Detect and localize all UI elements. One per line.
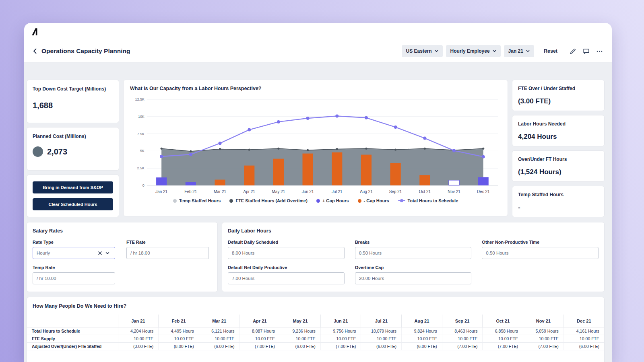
svg-text:Apr 21: Apr 21 bbox=[244, 189, 256, 194]
chart-title: What is Our Capacity from a Labor Hours … bbox=[130, 86, 501, 91]
grid-cell[interactable]: 6,121 Hours bbox=[199, 327, 239, 335]
grid-cell[interactable]: (6.00 FTE) bbox=[402, 343, 442, 350]
more-options-icon[interactable] bbox=[594, 46, 605, 56]
svg-text:Mar 21: Mar 21 bbox=[214, 189, 226, 194]
kpi-value: (3.00 FTE) bbox=[518, 97, 599, 105]
grid-cell[interactable]: (7.00 FTE) bbox=[442, 343, 483, 350]
grid-cell[interactable]: (3.00 FTE) bbox=[118, 343, 159, 350]
overtime-cap-field: Overtime Cap bbox=[355, 265, 472, 284]
grid-cell[interactable]: 4,204 Hours bbox=[118, 327, 159, 335]
edit-pencil-icon[interactable] bbox=[568, 46, 578, 56]
kpi-fte-over-under: FTE Over / Under Staffed (3.00 FTE) bbox=[512, 80, 605, 111]
grid-cell[interactable]: 10.00 FTE bbox=[564, 335, 604, 343]
row-label: FTE Supply bbox=[27, 335, 118, 343]
back-button[interactable] bbox=[31, 47, 38, 55]
legend-label: - Gap Hours bbox=[364, 198, 389, 203]
grid-cell[interactable]: 10.00 FTE bbox=[523, 335, 564, 343]
total-hours-point bbox=[219, 142, 222, 145]
employee-filter-dropdown[interactable]: Hourly Employee bbox=[446, 45, 501, 57]
grid-cell[interactable]: 10,079 Hours bbox=[361, 327, 402, 335]
svg-text:2.5K: 2.5K bbox=[137, 166, 144, 170]
grid-cell[interactable]: (6.00 FTE) bbox=[361, 343, 402, 350]
grid-cell[interactable]: 10.00 FTE bbox=[239, 335, 280, 343]
page-title: Operations Capacity Planning bbox=[41, 47, 130, 55]
breaks-field: Breaks bbox=[355, 240, 472, 259]
clear-scheduled-hours-button[interactable]: Clear Scheduled Hours bbox=[33, 198, 113, 210]
grid-cell[interactable]: 9,236 Hours bbox=[280, 327, 321, 335]
grid-cell[interactable]: 10.00 FTE bbox=[320, 335, 361, 343]
legend-item: - Gap Hours bbox=[358, 198, 389, 203]
reset-button[interactable]: Reset bbox=[541, 48, 560, 54]
grid-cell[interactable]: (7.00 FTE) bbox=[483, 343, 523, 350]
grid-cell[interactable]: 4,495 Hours bbox=[159, 327, 199, 335]
grid-cell[interactable]: 10.00 FTE bbox=[159, 335, 199, 343]
comment-icon[interactable] bbox=[581, 46, 591, 56]
grid-cell[interactable]: (8.00 FTE) bbox=[159, 343, 199, 350]
grid-cell[interactable]: 10.00 FTE bbox=[280, 335, 321, 343]
rate-type-field: Rate Type Hourly bbox=[33, 240, 115, 259]
grid-cell[interactable]: 10.00 FTE bbox=[199, 335, 239, 343]
rate-type-select[interactable]: Hourly bbox=[33, 247, 115, 259]
capacity-chart-svg: 02.5K5K7.5K10K12.5KJan 21Feb 21Mar 21Apr… bbox=[130, 95, 501, 197]
total-hours-point bbox=[306, 117, 310, 120]
gap-bar bbox=[303, 154, 313, 185]
total-hours-point bbox=[248, 128, 251, 132]
capacity-chart: 02.5K5K7.5K10K12.5KJan 21Feb 21Mar 21Apr… bbox=[130, 95, 501, 197]
default-net-daily-productive-input[interactable] bbox=[228, 272, 345, 284]
hiring-table: Jan 21Feb 21Mar 21Apr 21May 21Jun 21Jul … bbox=[27, 315, 604, 350]
grid-cell[interactable]: 10.00 FTE bbox=[361, 335, 402, 343]
gap-bar bbox=[244, 166, 254, 185]
fte-rate-field: FTE Rate bbox=[126, 240, 209, 259]
rate-type-value: Hourly bbox=[37, 251, 96, 255]
month-column-header: Oct 21 bbox=[483, 315, 523, 327]
gap-bar bbox=[361, 155, 372, 185]
other-non-productive-input[interactable] bbox=[482, 247, 599, 259]
gap-bar bbox=[390, 163, 401, 185]
legend-label: Total Hours to Schedule bbox=[408, 198, 458, 203]
grid-cell[interactable]: (7.00 FTE) bbox=[523, 343, 564, 350]
grid-cell[interactable]: (7.00 FTE) bbox=[320, 343, 361, 350]
breaks-input[interactable] bbox=[355, 247, 472, 259]
grid-cell[interactable]: 10.00 FTE bbox=[442, 335, 483, 343]
grid-cell[interactable]: 8,463 Hours bbox=[442, 327, 483, 335]
table-row: Total Hours to Schedule4,204 Hours4,495 … bbox=[27, 327, 604, 335]
temp-rate-input[interactable] bbox=[33, 272, 115, 284]
grid-cell[interactable]: 8,087 Hours bbox=[239, 327, 280, 335]
grid-cell[interactable]: 10.00 FTE bbox=[402, 335, 442, 343]
kpi-value: 1,688 bbox=[33, 101, 113, 110]
kpi-top-down-cost: Top Down Cost Target (Millions) 1,688 bbox=[27, 80, 119, 123]
grid-cell[interactable]: (6.00 FTE) bbox=[564, 343, 604, 350]
left-kpi-column: Top Down Cost Target (Millions) 1,688 Pl… bbox=[27, 80, 119, 217]
grid-cell[interactable]: 10.00 FTE bbox=[483, 335, 523, 343]
total-hours-point bbox=[365, 116, 368, 119]
top-logo-bar bbox=[24, 23, 612, 40]
svg-text:Sep 21: Sep 21 bbox=[389, 189, 402, 194]
grid-cell[interactable]: (6.00 FTE) bbox=[199, 343, 239, 350]
grid-cell[interactable]: 6,858 Hours bbox=[483, 327, 523, 335]
svg-text:0: 0 bbox=[142, 183, 144, 187]
month-column-header: Jul 21 bbox=[361, 315, 402, 327]
kpi-labor-hours-needed: Labor Hours Needed 4,204 Hours bbox=[512, 115, 605, 146]
grid-cell[interactable]: 4,161 Hours bbox=[564, 327, 604, 335]
total-hours-point bbox=[423, 137, 426, 140]
grid-cell[interactable]: 9,824 Hours bbox=[402, 327, 442, 335]
kpi-label: Temp Staffed Hours bbox=[518, 192, 599, 198]
overtime-cap-input[interactable] bbox=[355, 272, 472, 284]
fte-rate-input[interactable] bbox=[126, 247, 209, 259]
grid-cell[interactable]: 5,059 Hours bbox=[523, 327, 564, 335]
default-daily-scheduled-input[interactable] bbox=[228, 247, 345, 259]
grid-cell[interactable]: (7.00 FTE) bbox=[239, 343, 280, 350]
hiring-table-title: How Many People Do We Need to Hire? bbox=[27, 303, 604, 309]
chevron-down-icon[interactable] bbox=[104, 251, 111, 255]
period-dropdown[interactable]: Jan 21 bbox=[504, 45, 534, 57]
svg-text:May 21: May 21 bbox=[272, 189, 285, 194]
grid-cell[interactable]: 9,756 Hours bbox=[320, 327, 361, 335]
grid-cell[interactable]: (6.00 FTE) bbox=[280, 343, 321, 350]
timezone-dropdown[interactable]: US Eastern bbox=[402, 45, 443, 57]
clear-x-icon[interactable] bbox=[96, 250, 104, 256]
bring-demand-button[interactable]: Bring in Demand from S&OP bbox=[33, 181, 113, 193]
app-window: Operations Capacity Planning US Eastern … bbox=[24, 23, 612, 362]
kpi-temp-staffed-hours: Temp Staffed Hours - bbox=[512, 186, 605, 217]
status-circle-icon bbox=[33, 146, 43, 157]
grid-cell[interactable]: 10.00 FTE bbox=[118, 335, 159, 343]
